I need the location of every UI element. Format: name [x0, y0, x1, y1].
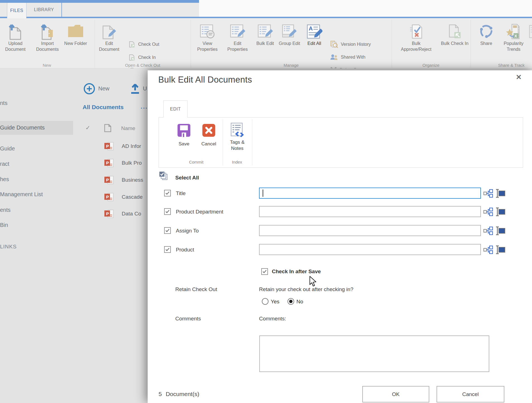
bulk-check-in-button[interactable]: Bulk Check In: [436, 21, 473, 46]
product-department-input[interactable]: [259, 206, 481, 217]
powerpoint-file-icon: P: [104, 142, 114, 151]
document-row[interactable]: AD Infor: [122, 143, 141, 149]
check-out-label: Check Out: [138, 42, 159, 47]
import-documents-label: Import Documents: [32, 40, 63, 52]
retain-yes-label[interactable]: Yes: [271, 299, 279, 305]
document-row[interactable]: Data Co: [122, 211, 141, 217]
check-names-icon[interactable]: [483, 227, 493, 235]
clipped-ribbon-button[interactable]: [527, 21, 532, 40]
retain-yes-radio[interactable]: [262, 298, 269, 305]
shared-with-button[interactable]: Shared With: [330, 54, 365, 61]
address-book-icon[interactable]: [496, 207, 505, 216]
edit-document-button[interactable]: Edit Document: [95, 21, 123, 52]
new-document-button[interactable]: [83, 83, 95, 95]
sidebar-item-clipped[interactable]: ract: [0, 161, 9, 167]
dialog-save-button[interactable]: Save: [176, 124, 192, 147]
group-edit-button[interactable]: Group Edit: [275, 21, 303, 46]
edit-properties-button[interactable]: Edit Properties: [224, 21, 251, 52]
sidebar-item-clipped[interactable]: hes: [0, 176, 9, 183]
comments-textarea[interactable]: [259, 335, 489, 372]
select-all-rows-check-icon[interactable]: ✓: [85, 124, 90, 131]
dialog-cancel-button[interactable]: Cancel: [200, 124, 218, 147]
ribbon: New Open & Check Out Manage Organize Sha…: [0, 18, 532, 68]
group-label-manage: Manage: [284, 63, 299, 68]
check-in-after-save-checkbox[interactable]: [261, 268, 268, 275]
view-more-ellipsis[interactable]: ···: [141, 105, 148, 111]
view-properties-button[interactable]: View Properties: [193, 21, 221, 52]
address-book-icon[interactable]: [496, 245, 505, 254]
share-button[interactable]: Share: [474, 21, 499, 46]
sidebar-item-guide[interactable]: Guide: [0, 145, 15, 152]
import-documents-button[interactable]: Import Documents: [32, 21, 63, 52]
address-book-icon[interactable]: [496, 189, 505, 198]
check-out-icon: [129, 41, 135, 48]
new-command-label[interactable]: New: [98, 85, 109, 92]
upload-command-icon[interactable]: [130, 83, 140, 94]
new-folder-button[interactable]: New Folder: [60, 21, 91, 46]
svg-text:A: A: [309, 25, 313, 32]
product-department-field-label: Product Department: [176, 209, 223, 215]
sharepoint-screen: FILES LIBRARY New Open & Check Out Manag…: [0, 0, 532, 403]
check-names-icon[interactable]: [483, 189, 493, 198]
select-all-icon[interactable]: [159, 171, 168, 181]
tab-files[interactable]: FILES: [7, 3, 27, 18]
upload-command-label-clipped[interactable]: U: [143, 85, 147, 92]
title-input[interactable]: [259, 188, 481, 199]
sidebar-item-management-list[interactable]: Management List: [0, 191, 43, 198]
dialog-tab-edit[interactable]: EDIT: [163, 100, 188, 117]
assign-to-input[interactable]: [259, 225, 481, 236]
address-book-icon[interactable]: [496, 226, 505, 235]
doc-type-header-icon: [104, 124, 112, 133]
svg-text:X: X: [514, 34, 517, 38]
sidebar-item-clipped[interactable]: ents: [0, 207, 11, 213]
document-row[interactable]: Business: [122, 177, 143, 183]
title-checkbox[interactable]: [164, 190, 171, 196]
check-out-button[interactable]: Check Out: [129, 41, 159, 48]
check-in-label: Check In: [138, 55, 156, 60]
document-row[interactable]: Cascade: [122, 194, 143, 200]
sidebar-item-bin[interactable]: Bin: [0, 222, 8, 228]
dialog-save-label: Save: [179, 141, 190, 147]
sidebar-item-clipped[interactable]: nts: [0, 100, 8, 106]
select-all-label[interactable]: Select All: [175, 175, 199, 181]
check-names-icon[interactable]: [483, 208, 493, 216]
check-names-icon[interactable]: [483, 246, 493, 254]
assign-to-checkbox[interactable]: [164, 227, 171, 234]
dialog-ribbon-separator: [252, 119, 252, 165]
product-department-checkbox[interactable]: [164, 208, 171, 215]
plus-circle-icon: [83, 83, 95, 95]
sidebar-item-guide-documents[interactable]: Guide Documents: [0, 124, 45, 131]
check-in-after-save-label[interactable]: Check In after Save: [272, 268, 321, 275]
dialog-cancel-label: Cancel: [202, 141, 216, 147]
group-separator: [95, 20, 95, 68]
cancel-icon: [202, 124, 215, 137]
upload-document-icon: [8, 21, 23, 40]
check-in-button[interactable]: Check In: [129, 54, 156, 61]
product-checkbox[interactable]: [164, 246, 171, 253]
retain-no-radio[interactable]: [287, 298, 294, 305]
sidebar-item-links[interactable]: LINKS: [0, 244, 17, 250]
group-label-new: New: [43, 63, 51, 68]
upload-document-button[interactable]: Upload Document: [0, 21, 31, 52]
bulk-edit-button[interactable]: Bulk Edit: [251, 21, 279, 46]
product-field-label: Product: [176, 247, 194, 253]
bulk-approve-reject-button[interactable]: Bulk Approve/Reject: [398, 21, 435, 52]
edit-all-label: Edit All: [308, 40, 321, 46]
cancel-button[interactable]: Cancel: [437, 386, 504, 402]
view-selector-all-documents[interactable]: All Documents: [83, 104, 124, 111]
name-column-header[interactable]: Name: [121, 125, 135, 131]
check-in-icon: [129, 54, 135, 61]
ribbon-top-accent-bar: [0, 0, 199, 3]
ok-button[interactable]: OK: [362, 386, 429, 402]
version-history-button[interactable]: Version History: [330, 40, 371, 48]
product-input[interactable]: [259, 244, 481, 255]
retain-no-label[interactable]: No: [296, 299, 303, 305]
svg-text:P: P: [106, 177, 109, 182]
dialog-tags-notes-button[interactable]: Tags & Notes: [226, 123, 249, 152]
close-icon[interactable]: ✕: [516, 73, 522, 81]
dialog-ribbon: Save Cancel Tags & Notes Commit Index: [159, 117, 523, 168]
tab-library[interactable]: LIBRARY: [27, 3, 62, 17]
document-row[interactable]: Bulk Pro: [122, 160, 142, 166]
edit-all-button[interactable]: A Edit All: [300, 21, 328, 46]
popularity-trends-button[interactable]: X Popularity Trends: [500, 21, 528, 52]
